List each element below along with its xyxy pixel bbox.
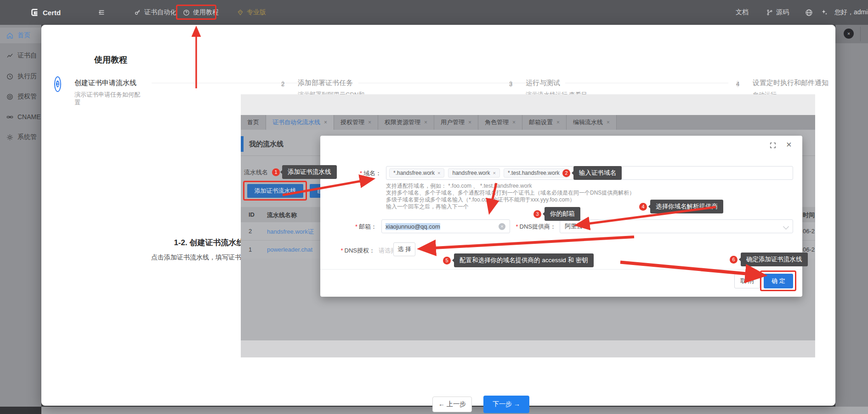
tab-edit-pipeline[interactable]: 编辑流水线× [567,115,617,130]
nav-docs[interactable]: 文档 [736,0,749,25]
step-2-title: 添加部署证书任务 [298,79,353,87]
nav-pro-label: 专业版 [247,8,266,17]
sidebar-item-cert-automation[interactable]: 证书自 [0,48,41,63]
dns-auth-select-button[interactable]: 选 择 [393,242,415,256]
left-sidebar: 首页 证书自 执行历 授权管 CNAME 系统管 [0,25,41,407]
nav-tutorial-label: 使用教程 [193,8,219,17]
screenshot-content-bottom [241,340,815,357]
step-connector [565,83,728,83]
trend-chart-icon [6,52,13,59]
tab-user-management[interactable]: 用户管理× [434,115,478,130]
sidebar-item-cname[interactable]: CNAME [0,109,41,125]
close-tab-icon[interactable]: × [512,119,516,126]
step-1-title: 创建证书申请流水线 [74,79,136,87]
remove-tag-icon[interactable]: × [437,170,440,176]
user-greeting[interactable]: 您好，admin [834,0,868,25]
step-1-circle: 1 [54,76,61,92]
sidebar-item-label: 系统管 [17,133,37,141]
collapse-sidebar-button[interactable] [98,0,105,25]
close-tab-icon[interactable]: × [556,119,560,126]
target-icon [6,93,13,100]
step-3-circle: 3 [509,78,512,90]
screenshot-header-area [241,94,815,115]
gear-icon [6,134,13,141]
nav-pro-version[interactable]: 专业版 [237,0,266,25]
annotation-tooltip-6: 确定添加证书流水线 [741,253,808,266]
sidebar-item-system[interactable]: 系统管 [0,129,41,145]
top-navbar: Certd 证书自动化 使用教程 专业版 文档 [0,0,868,25]
email-label: *邮箱： [335,223,377,231]
row-id: 1 [249,246,252,253]
nav-tutorial[interactable]: 使用教程 [183,0,219,25]
tab-authorization[interactable]: 授权管理× [334,115,378,130]
pipeline-link[interactable]: powerleader.chat [267,246,312,253]
annotation-tooltip-5: 配置和选择你的域名提供商的 accessid 和 密钥 [454,253,594,267]
modal-title: 使用教程 [94,54,127,65]
tab-permission-resource[interactable]: 权限资源管理× [378,115,434,130]
dns-auth-label: *DNS授权： [334,247,375,255]
sidebar-item-label: 执行历 [17,72,37,80]
domain-tag: handsfree.work× [448,168,499,178]
close-tab-circle-button[interactable]: × [844,29,854,39]
tab-cert-pipeline[interactable]: 证书自动化流水线× [266,115,334,130]
required-mark: * [516,223,518,230]
sidebar-item-label: 证书自 [17,52,37,60]
sidebar-item-authorization[interactable]: 授权管 [0,89,41,104]
close-tab-icon[interactable]: × [468,119,471,126]
table-header-time: 时间 [803,211,815,219]
sidebar-item-home[interactable]: 首页 [0,28,41,43]
email-input[interactable]: xiaojunnuo@qq.com [381,219,510,233]
nav-cert-automation[interactable]: 证书自动化 [134,0,176,25]
close-tab-icon[interactable]: × [324,119,327,126]
link-icon [6,114,13,121]
tab-role-management[interactable]: 角色管理× [478,115,522,130]
language-button[interactable] [805,0,813,25]
nav-docs-label: 文档 [736,8,749,17]
globe-icon [805,9,813,17]
tab-home[interactable]: 首页 [241,115,266,130]
git-branch-icon [766,9,773,16]
brand-name: Certd [43,9,61,17]
question-circle-icon [183,9,190,16]
close-icon: × [858,52,864,63]
fullscreen-icon[interactable] [769,142,777,149]
step-4-title: 设置定时执行和邮件通知 [753,79,828,87]
add-pipeline-button[interactable]: 添加证书流水线 [247,184,303,198]
row-id: 2 [249,228,252,235]
domain-tag: *.test.handsfree.work× [504,168,569,178]
clock-icon [6,73,13,80]
pipeline-link[interactable]: handsfree.work证 [267,228,314,236]
close-tab-icon[interactable]: × [424,119,427,126]
prev-step-button[interactable]: ← 上一步 [432,397,472,412]
close-tab-icon[interactable]: × [607,119,610,126]
remove-tag-icon[interactable]: × [493,170,496,176]
sidebar-item-history[interactable]: 执行历 [0,69,41,84]
nav-source[interactable]: 源码 [766,0,789,25]
cancel-button[interactable]: 取 消 [734,274,760,288]
collapse-icon [98,9,105,16]
dns-provider-select[interactable]: 阿里云 [560,219,793,233]
certd-logo-icon [29,7,40,17]
step-connector [358,83,542,83]
email-value: xiaojunnuo@qq.com [386,223,440,230]
annotation-tooltip-2: 输入证书域名 [573,166,622,180]
nav-cert-automation-label: 证书自动化 [144,8,176,17]
user-greeting-label: 您好，admin [834,8,868,17]
tab-email-settings[interactable]: 邮箱设置× [522,115,567,130]
domain-label: *域名： [340,169,381,178]
pipeline-name-filter-label: 流水线名 [244,168,268,177]
row-time: 06-2 [803,228,815,235]
domain-tag: *.handsfree.work× [389,168,444,178]
dialog-close-button[interactable]: × [786,139,792,150]
step-2-circle: 2 [281,78,284,90]
clear-input-icon[interactable]: × [499,223,505,230]
next-step-button[interactable]: 下一步 → [483,396,529,413]
theme-sparkle-button[interactable] [821,0,828,25]
step-3-title: 运行与测试 [526,79,560,87]
modal-close-button[interactable]: × [858,52,864,63]
confirm-button[interactable]: 确 定 [764,274,793,288]
brand[interactable]: Certd [29,0,61,25]
close-tab-icon[interactable]: × [368,119,371,126]
close-icon: × [847,31,850,36]
dns-provider-label: *DNS提供商： [505,223,556,231]
